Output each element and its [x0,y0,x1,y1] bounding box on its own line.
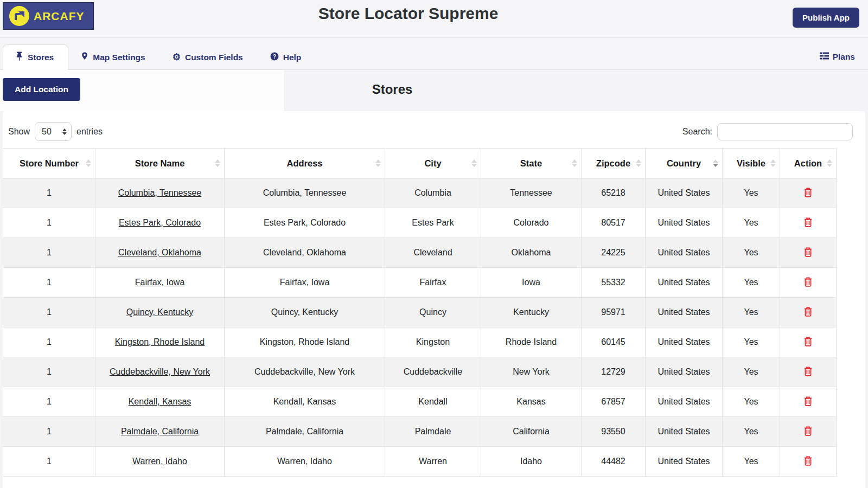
delete-store-button[interactable] [802,365,814,379]
delete-store-button[interactable] [802,246,814,260]
cell-store-number: 1 [3,387,95,417]
cell-visible: Yes [723,357,780,387]
cell-city: Cuddebackville [385,357,481,387]
cell-state: Rhode Island [481,328,582,357]
tab-custom-fields[interactable]: ⚙ Custom Fields [160,44,258,70]
cell-store-name: Kingston, Rhode Island [95,328,225,357]
cell-store-name: Estes Park, Colorado [95,208,225,238]
tab-stores[interactable]: Stores [3,44,68,70]
stores-card: Show 50 entries Search: Store Number Sto… [3,111,865,488]
plans-link[interactable]: Plans [820,52,855,62]
store-name-link[interactable]: Cuddebackville, New York [110,367,210,376]
tab-bar: Stores Map Settings ⚙ Custom Fields ? H [0,38,868,70]
delete-store-button[interactable] [802,187,814,200]
cell-state: New York [481,357,582,387]
publish-app-button[interactable]: Publish App [793,8,859,28]
table-row: 1 Estes Park, Colorado Estes Park, Color… [3,208,837,238]
store-name-link[interactable]: Quincy, Kentucky [126,307,193,317]
store-name-link[interactable]: Fairfax, Iowa [135,278,185,287]
table-header-row: Store Number Store Name Address City Sta… [3,149,837,178]
cell-address: Quincy, Kentucky [225,298,385,328]
cell-zipcode: 65218 [582,178,646,208]
cell-action [780,208,837,238]
cell-visible: Yes [723,447,780,477]
cell-action [780,387,837,417]
delete-store-button[interactable] [802,216,814,230]
entries-select[interactable]: 50 [35,122,72,141]
cell-action [780,357,837,387]
cell-visible: Yes [723,268,780,298]
delete-store-button[interactable] [802,276,814,290]
cell-store-name: Fairfax, Iowa [95,268,225,298]
store-name-link[interactable]: Warren, Idaho [132,457,187,466]
sort-icon [572,159,577,167]
tab-map-settings[interactable]: Map Settings [68,44,159,70]
cell-address: Kendall, Kansas [225,387,385,417]
cell-address: Columbia, Tennessee [225,178,385,208]
cell-state: Oklahoma [481,238,582,268]
sort-icon [471,159,477,167]
col-header-zipcode[interactable]: Zipcode [582,149,646,178]
cell-store-name: Cuddebackville, New York [95,357,225,387]
svg-text:?: ? [273,53,276,59]
col-header-store-name[interactable]: Store Name [95,149,225,178]
store-name-link[interactable]: Estes Park, Colorado [119,218,201,227]
cell-store-number: 1 [3,238,95,268]
col-header-store-number[interactable]: Store Number [3,149,95,178]
tab-label: Map Settings [93,53,145,62]
cell-visible: Yes [723,298,780,328]
trash-icon [804,459,812,467]
cell-zipcode: 60145 [582,328,646,357]
tab-help[interactable]: ? Help [258,44,316,70]
delete-store-button[interactable] [802,455,814,468]
cell-visible: Yes [723,328,780,357]
cell-state: Tennessee [481,178,582,208]
page-title: Store Locator Supreme [0,4,816,23]
cell-state: Colorado [481,208,582,238]
delete-store-button[interactable] [802,336,814,349]
col-header-state[interactable]: State [481,149,582,178]
store-name-link[interactable]: Palmdale, California [121,427,199,436]
sort-icon [375,159,381,167]
store-name-link[interactable]: Kingston, Rhode Island [115,337,205,346]
trash-icon [804,221,812,229]
cell-visible: Yes [723,417,780,447]
col-header-city[interactable]: City [385,149,481,178]
delete-store-button[interactable] [802,425,814,439]
table-controls: Show 50 entries Search: [3,111,865,148]
cell-city: Kendall [385,387,481,417]
trash-icon [804,429,812,438]
cell-visible: Yes [723,387,780,417]
store-name-link[interactable]: Kendall, Kansas [129,397,192,406]
select-caret-icon [62,129,67,135]
cell-zipcode: 24225 [582,238,646,268]
table-row: 1 Quincy, Kentucky Quincy, Kentucky Quin… [3,298,837,328]
cell-store-number: 1 [3,268,95,298]
plans-label: Plans [833,52,855,62]
col-header-visible[interactable]: Visible [723,149,780,178]
col-header-action[interactable]: Action [780,149,837,178]
cell-store-name: Warren, Idaho [95,447,225,477]
delete-store-button[interactable] [802,395,814,409]
cell-state: Iowa [481,268,582,298]
top-header: ARCAFY Store Locator Supreme Publish App [0,0,868,38]
delete-store-button[interactable] [802,306,814,319]
cell-state: Kansas [481,387,582,417]
col-header-address[interactable]: Address [225,149,385,178]
store-name-link[interactable]: Columbia, Tennessee [118,188,202,197]
cell-address: Fairfax, Iowa [225,268,385,298]
trash-icon [804,370,812,378]
search-input[interactable] [717,123,853,140]
table-row: 1 Warren, Idaho Warren, Idaho Warren Ida… [3,447,837,477]
cell-address: Cleveland, Oklahoma [225,238,385,268]
cell-country: United States [646,178,723,208]
store-name-link[interactable]: Cleveland, Oklahoma [118,248,201,257]
cell-zipcode: 67857 [582,387,646,417]
cell-country: United States [646,298,723,328]
col-header-country[interactable]: Country [646,149,723,178]
cell-action [780,268,837,298]
cell-zipcode: 80517 [582,208,646,238]
trash-icon [804,191,812,199]
show-label: Show [8,127,30,137]
trash-icon [804,280,812,288]
